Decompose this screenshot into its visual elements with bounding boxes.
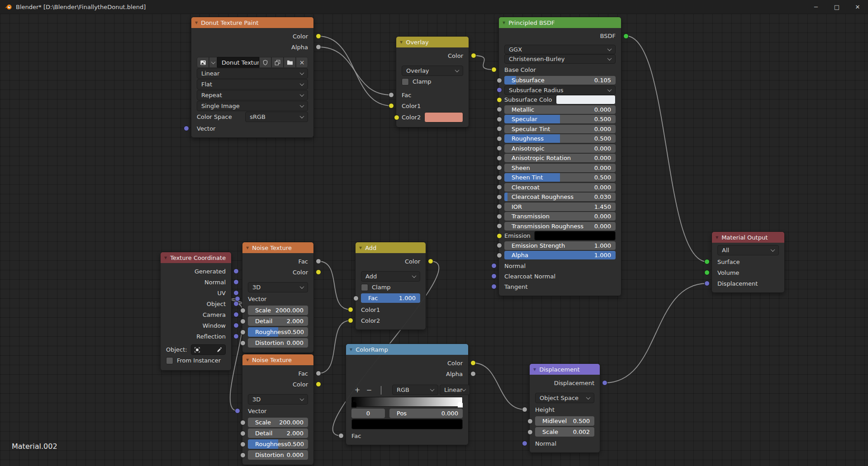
add-node[interactable]: ▼ Add Color Add Clamp Fac 1.000 Color1 — [355, 242, 426, 330]
subsurface-socket[interactable] — [497, 78, 502, 83]
principled-bsdf-transmission-roughness-slider[interactable]: Transmission Roughness 0.000 — [504, 222, 616, 231]
vector-socket[interactable] — [184, 126, 189, 131]
clearcoat-roughness-socket[interactable] — [497, 194, 502, 200]
collapse-icon[interactable]: ▼ — [359, 246, 362, 250]
stop-color-swatch[interactable] — [351, 419, 463, 429]
collapse-icon[interactable]: ▼ — [195, 21, 198, 25]
anisotropic-socket[interactable] — [497, 146, 502, 151]
overlay-clamp-checkbox[interactable] — [402, 78, 409, 85]
texture-coordinate-from-instancer-checkbox[interactable] — [166, 357, 173, 364]
noise-texture-2-scale-slider[interactable]: Scale 200.000 — [248, 418, 308, 427]
donut-texture-paint-node[interactable]: ▼ Donut Texture Paint Color Alpha Donut … — [191, 17, 314, 138]
emission-strength-socket[interactable] — [497, 243, 502, 248]
add-stop-button[interactable]: + — [351, 386, 363, 394]
subsurface-colo-socket[interactable] — [497, 97, 502, 103]
principled-bsdf-subsurface-radius-dropdown[interactable]: Subsurface Radius — [504, 85, 616, 95]
volume-socket[interactable] — [704, 270, 710, 275]
roughness-socket[interactable] — [240, 329, 246, 335]
emission-socket[interactable] — [497, 233, 502, 239]
anisotropic-rotation-socket[interactable] — [497, 155, 502, 161]
color-ramp-node[interactable]: ▼ ColorRamp Color Alpha + − RGB Linear — [346, 344, 469, 445]
ramp-stop-handle-black[interactable] — [351, 401, 356, 408]
collapse-icon[interactable]: ▼ — [400, 40, 403, 44]
image-icon[interactable] — [197, 57, 209, 68]
material-output-header[interactable]: ▼ Material Output — [712, 232, 784, 243]
object-socket[interactable] — [233, 301, 239, 306]
noise-texture-2-roughness-slider[interactable]: Roughness 0.500 — [248, 439, 308, 449]
scale-socket[interactable] — [240, 308, 246, 313]
color1-socket[interactable] — [389, 103, 394, 108]
displacement-header[interactable]: ▼ Displacement — [530, 364, 600, 375]
distortion-socket[interactable] — [240, 452, 246, 458]
collapse-icon[interactable]: ▼ — [246, 358, 249, 362]
noise-texture-2-distortion-slider[interactable]: Distortion 0.000 — [248, 450, 308, 460]
donut-texture-paint-repeat-dropdown[interactable]: Repeat — [197, 90, 308, 100]
normal-socket[interactable] — [491, 263, 497, 268]
alpha-socket[interactable] — [497, 253, 502, 258]
ramp-stop-handle-white[interactable] — [458, 401, 463, 408]
color1-socket[interactable] — [348, 307, 353, 312]
noise-texture-1-distortion-slider[interactable]: Distortion 0.000 — [248, 338, 308, 348]
collapse-icon[interactable]: ▼ — [533, 367, 536, 372]
image-name-field[interactable]: Donut Texture Pai... — [217, 57, 259, 68]
principled-bsdf-node[interactable]: ▼ Principled BSDF BSDF GGX Christensen-B… — [498, 17, 621, 296]
shield-icon[interactable] — [259, 57, 271, 68]
displacement-object-space-dropdown[interactable]: Object Space — [535, 393, 594, 403]
noise-texture-1-3d-dropdown[interactable]: 3D — [248, 282, 308, 292]
overlay-overlay-dropdown[interactable]: Overlay — [402, 66, 463, 76]
material-output-all-dropdown[interactable]: All — [717, 245, 779, 255]
principled-bsdf-transmission-slider[interactable]: Transmission 0.000 — [504, 212, 616, 221]
detail-socket[interactable] — [240, 431, 246, 436]
displacement-node[interactable]: ▼ Displacement Displacement Object Space… — [529, 363, 600, 453]
noise-texture-2-detail-slider[interactable]: Detail 2.000 — [248, 428, 308, 438]
reflection-socket[interactable] — [233, 334, 239, 339]
collapse-icon[interactable]: ▼ — [503, 21, 505, 25]
roughness-socket[interactable] — [497, 136, 502, 141]
sheen-tint-socket[interactable] — [497, 175, 502, 180]
color-socket[interactable] — [316, 33, 321, 39]
principled-bsdf-clearcoat-slider[interactable]: Clearcoat 0.000 — [504, 183, 616, 192]
displacement-midlevel-slider[interactable]: Midlevel 0.500 — [535, 416, 594, 426]
noise-texture-1-roughness-slider[interactable]: Roughness 0.500 — [248, 327, 308, 337]
bsdf-socket[interactable] — [623, 33, 629, 39]
texture-coordinate-node[interactable]: ▼ Texture Coordinate Generated Normal UV… — [160, 252, 232, 371]
overlay-node[interactable]: ▼ Overlay Color Overlay Clamp Fac Color1… — [396, 36, 469, 127]
transmission-roughness-socket[interactable] — [497, 223, 502, 229]
folder-icon[interactable] — [284, 57, 296, 68]
scale-socket[interactable] — [527, 429, 533, 435]
color-ramp-gradient[interactable] — [351, 397, 463, 407]
color-socket[interactable] — [471, 53, 476, 58]
eyedropper-icon[interactable] — [217, 347, 223, 353]
displacement-socket[interactable] — [704, 281, 710, 286]
tangent-socket[interactable] — [491, 284, 497, 289]
principled-bsdf-specular-slider[interactable]: Specular 0.500 — [504, 115, 616, 123]
collapse-icon[interactable]: ▼ — [246, 246, 249, 250]
specular-socket[interactable] — [497, 117, 502, 122]
add-header[interactable]: ▼ Add — [356, 242, 426, 253]
color-socket[interactable] — [428, 259, 433, 264]
stop-position-slider[interactable]: Pos 0.000 — [389, 409, 463, 418]
window-socket[interactable] — [233, 323, 239, 328]
donut-texture-paint-linear-dropdown[interactable]: Linear — [197, 68, 308, 79]
normal-socket[interactable] — [522, 441, 527, 446]
specular-tint-socket[interactable] — [497, 126, 502, 132]
transmission-socket[interactable] — [497, 214, 502, 219]
noise-texture-2-node[interactable]: ▼ Noise Texture Fac Color 3D Vector Scal… — [242, 354, 314, 465]
fac-socket[interactable] — [353, 296, 359, 301]
generated-socket[interactable] — [233, 268, 239, 274]
principled-bsdf-anisotropic-slider[interactable]: Anisotropic 0.000 — [504, 144, 616, 153]
principled-bsdf-metallic-slider[interactable]: Metallic 0.000 — [504, 105, 616, 114]
base-color-socket[interactable] — [491, 67, 497, 72]
principled-bsdf-alpha-slider[interactable]: Alpha 1.000 — [504, 251, 616, 259]
principled-bsdf-roughness-slider[interactable]: Roughness 0.500 — [504, 134, 616, 143]
color-socket[interactable] — [316, 381, 321, 387]
stop-index-field[interactable]: 0 — [351, 409, 385, 418]
principled-bsdf-header[interactable]: ▼ Principled BSDF — [499, 17, 621, 28]
donut-texture-paint-single-image-dropdown[interactable]: Single Image — [197, 101, 308, 111]
noise-texture-2-3d-dropdown[interactable]: 3D — [248, 394, 308, 405]
color2-socket[interactable] — [394, 115, 399, 120]
object-picker-field[interactable] — [191, 344, 226, 355]
principled-bsdf-anisotropic-rotation-slider[interactable]: Anisotropic Rotation 0.000 — [504, 154, 616, 162]
donut-texture-paint-color-space-dropdown[interactable]: sRGB — [245, 112, 308, 122]
color-socket[interactable] — [316, 269, 321, 275]
